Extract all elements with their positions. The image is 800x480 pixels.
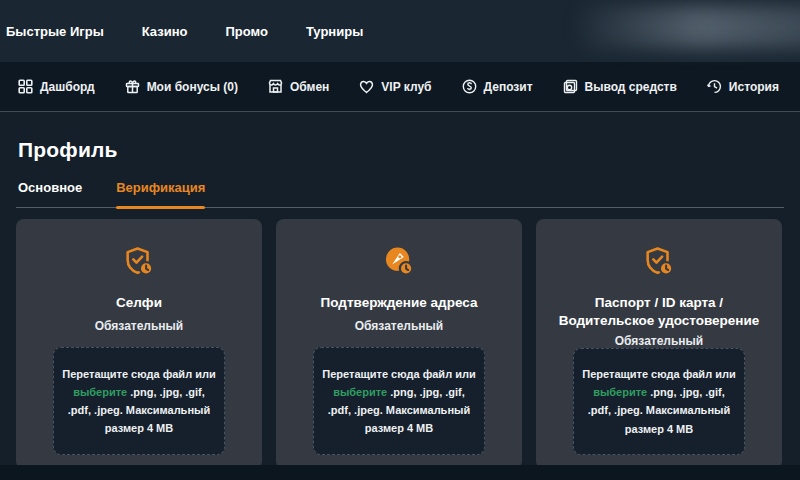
- dropzone-text: Перетащите сюда файл или выберите .png, …: [322, 365, 476, 438]
- tab-withdraw[interactable]: Вывод средств: [563, 62, 677, 112]
- file-dropzone-selfie[interactable]: Перетащите сюда файл или выберите .png, …: [53, 347, 225, 455]
- verification-cards: Селфи Обязательный Перетащите сюда файл …: [16, 219, 784, 469]
- tab-label: Обмен: [290, 80, 329, 94]
- banknote-icon: [563, 79, 578, 94]
- choose-file-link[interactable]: выберите: [333, 386, 390, 398]
- card-title: Подтверждение адреса: [321, 294, 478, 312]
- shield-check-clock-icon: [642, 245, 676, 285]
- subtab-verification[interactable]: Верификация: [116, 180, 205, 207]
- tab-vip-club[interactable]: VIP клуб: [359, 62, 431, 112]
- card-required-label: Обязательный: [615, 334, 704, 348]
- file-dropzone-passport[interactable]: Перетащите сюда файл или выберите .png, …: [573, 348, 745, 455]
- main-content: Профиль Основное Верификация Селфи Обяза…: [0, 112, 800, 469]
- tab-label: VIP клуб: [381, 80, 431, 94]
- heart-icon: [359, 80, 374, 94]
- card-selfie: Селфи Обязательный Перетащите сюда файл …: [16, 219, 262, 469]
- history-icon: [707, 79, 722, 94]
- dropzone-text: Перетащите сюда файл или выберите .png, …: [62, 365, 216, 438]
- dropzone-prefix: Перетащите сюда файл или: [582, 368, 735, 380]
- coin-icon: [462, 79, 477, 94]
- blurred-user-info: [580, 6, 800, 48]
- tab-deposit[interactable]: Депозит: [462, 62, 533, 112]
- account-tabbar: Дашборд Мои бонусы (0) Обмен VIP: [0, 62, 800, 112]
- nav-item-fast-games[interactable]: Быстрые Игры: [6, 24, 104, 39]
- shop-icon: [268, 79, 283, 94]
- tab-dashboard[interactable]: Дашборд: [18, 62, 95, 112]
- card-required-label: Обязательный: [95, 319, 184, 333]
- gift-icon: [125, 79, 140, 94]
- dropzone-prefix: Перетащите сюда файл или: [62, 368, 215, 380]
- card-title: Селфи: [116, 294, 162, 312]
- nav-item-tournaments[interactable]: Турниры: [306, 24, 363, 39]
- card-required-label: Обязательный: [355, 319, 444, 333]
- page-title: Профиль: [18, 138, 784, 162]
- dropzone-text: Перетащите сюда файл или выберите .png, …: [582, 365, 736, 438]
- card-passport-id: Паспорт / ID карта / Водительское удосто…: [536, 219, 782, 469]
- tab-history[interactable]: История: [707, 62, 779, 112]
- dashboard-icon: [18, 79, 33, 94]
- tab-label: Дашборд: [40, 80, 95, 94]
- tab-label: Мои бонусы (0): [147, 80, 238, 94]
- nav-item-promo[interactable]: Промо: [225, 24, 267, 39]
- choose-file-link[interactable]: выберите: [73, 386, 130, 398]
- nav-item-casino[interactable]: Казино: [142, 24, 188, 39]
- file-dropzone-address[interactable]: Перетащите сюда файл или выберите .png, …: [313, 347, 485, 455]
- choose-file-link[interactable]: выберите: [593, 386, 650, 398]
- tab-my-bonuses[interactable]: Мои бонусы (0): [125, 62, 238, 112]
- tab-label: Депозит: [484, 80, 533, 94]
- profile-subtabs: Основное Верификация: [16, 180, 784, 208]
- subtab-general[interactable]: Основное: [18, 180, 82, 207]
- top-navigation: Быстрые Игры Казино Промо Турниры: [0, 0, 800, 62]
- tab-label: Вывод средств: [585, 80, 677, 94]
- tab-label: История: [729, 80, 779, 94]
- address-pen-clock-icon: [382, 245, 416, 285]
- shield-check-clock-icon: [122, 245, 156, 285]
- tab-exchange[interactable]: Обмен: [268, 62, 329, 112]
- dropzone-prefix: Перетащите сюда файл или: [322, 368, 475, 380]
- card-title: Паспорт / ID карта / Водительское удосто…: [550, 294, 768, 330]
- footer-strip: [0, 465, 800, 480]
- card-address-confirmation: Подтверждение адреса Обязательный Перета…: [276, 219, 522, 469]
